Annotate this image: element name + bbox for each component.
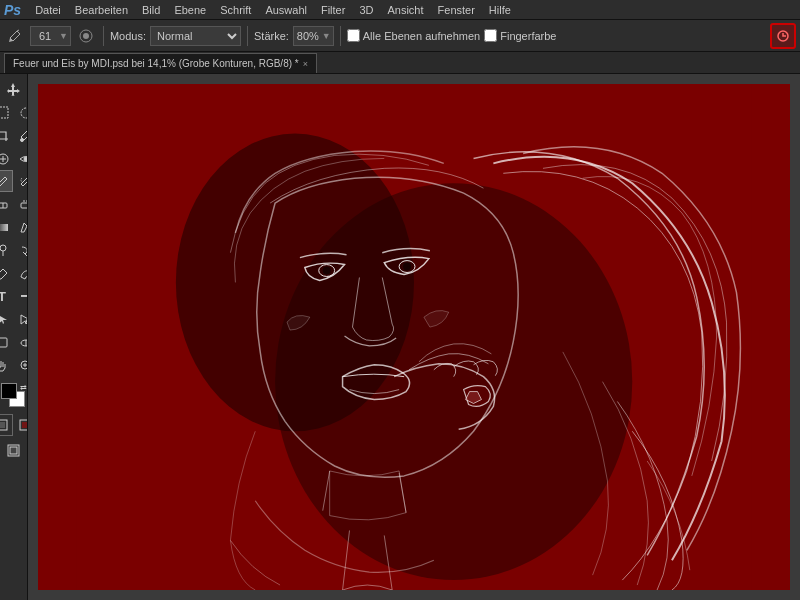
tool-smudge[interactable] xyxy=(14,239,28,261)
canvas-container xyxy=(38,84,790,590)
screen-mode-area xyxy=(3,439,25,461)
menu-bar: Ps Datei Bearbeiten Bild Ebene Schrift A… xyxy=(0,0,800,20)
tool-freeform-pen[interactable] xyxy=(14,262,28,284)
standard-mode-button[interactable] xyxy=(0,414,13,436)
svg-rect-29 xyxy=(0,422,5,428)
tool-row-2 xyxy=(0,101,28,123)
menu-ansicht[interactable]: Ansicht xyxy=(381,3,429,17)
foreground-color-box[interactable] xyxy=(1,383,17,399)
svg-point-40 xyxy=(403,263,411,271)
brush-tool-icon[interactable] xyxy=(4,25,26,47)
tool-row-7 xyxy=(0,216,28,238)
tab-close-button[interactable]: × xyxy=(303,59,308,69)
tool-row-6 xyxy=(0,193,28,215)
svg-point-23 xyxy=(21,340,29,346)
toolbox: T T xyxy=(0,74,28,600)
tool-shape[interactable] xyxy=(0,331,13,353)
svg-point-11 xyxy=(24,157,28,161)
color-picker-area: ⇄ xyxy=(1,383,27,409)
tab-title: Feuer und Eis by MDI.psd bei 14,1% (Grob… xyxy=(13,58,299,69)
document-tab[interactable]: Feuer und Eis by MDI.psd bei 14,1% (Grob… xyxy=(4,53,317,73)
tool-type[interactable]: T xyxy=(0,285,13,307)
svg-rect-33 xyxy=(10,447,17,454)
portrait-image xyxy=(38,84,790,590)
tool-path-select[interactable] xyxy=(0,308,13,330)
svg-marker-20 xyxy=(0,315,7,324)
mode-select[interactable]: Normal Aufhellen Abdunkeln Multipliziere… xyxy=(150,26,241,46)
tool-lasso[interactable] xyxy=(14,101,28,123)
menu-filter[interactable]: Filter xyxy=(315,3,351,17)
mode-label: Modus: xyxy=(110,30,146,42)
tool-eyedropper[interactable] xyxy=(14,124,28,146)
finger-group: Fingerfarbe xyxy=(484,29,556,42)
tool-redeye[interactable] xyxy=(14,147,28,169)
svg-marker-21 xyxy=(21,315,29,324)
tool-direct-select[interactable] xyxy=(14,308,28,330)
svg-rect-14 xyxy=(21,203,29,208)
tool-type-vertical[interactable]: T xyxy=(14,285,28,307)
menu-fenster[interactable]: Fenster xyxy=(432,3,481,17)
tool-row-9 xyxy=(0,262,28,284)
tool-eraser[interactable] xyxy=(0,193,13,215)
tool-marquee-rect[interactable] xyxy=(0,101,13,123)
tool-row-11 xyxy=(0,308,28,330)
finger-label: Fingerfarbe xyxy=(500,30,556,42)
svg-rect-5 xyxy=(0,107,8,118)
quick-mask-button[interactable] xyxy=(14,414,28,436)
brush-preset-icon[interactable] xyxy=(75,25,97,47)
tool-3d-rotate[interactable] xyxy=(14,331,28,353)
svg-marker-4 xyxy=(7,83,20,96)
tool-dodge[interactable] xyxy=(0,239,13,261)
tool-row-12 xyxy=(0,331,28,353)
quick-mask-area xyxy=(0,414,28,436)
tool-row-13 xyxy=(0,354,28,376)
tool-row-3 xyxy=(0,124,28,146)
all-layers-checkbox[interactable] xyxy=(347,29,360,42)
svg-point-18 xyxy=(0,245,6,251)
tool-magic-eraser[interactable] xyxy=(14,193,28,215)
menu-bild[interactable]: Bild xyxy=(136,3,166,17)
tool-move[interactable] xyxy=(3,78,25,100)
tool-heal[interactable] xyxy=(0,147,13,169)
tool-history-brush[interactable] xyxy=(14,170,28,192)
rotation-button[interactable] xyxy=(770,23,796,49)
svg-rect-17 xyxy=(0,224,8,231)
svg-point-2 xyxy=(83,33,89,39)
strength-input[interactable]: 80% xyxy=(294,30,322,42)
finger-checkbox[interactable] xyxy=(484,29,497,42)
tool-row-8 xyxy=(0,239,28,261)
tool-brush[interactable] xyxy=(0,170,13,192)
canvas-area xyxy=(28,74,800,600)
options-toolbar: 61 ▼ Modus: Normal Aufhellen Abdunkeln M… xyxy=(0,20,800,52)
tool-bucket[interactable] xyxy=(14,216,28,238)
svg-point-7 xyxy=(20,138,23,141)
tool-zoom[interactable] xyxy=(14,354,28,376)
screen-mode-button[interactable] xyxy=(3,439,25,461)
tool-row-4 xyxy=(0,147,28,169)
menu-auswahl[interactable]: Auswahl xyxy=(259,3,313,17)
brush-size-input[interactable]: 61 xyxy=(31,30,59,42)
tool-gradient[interactable] xyxy=(0,216,13,238)
menu-datei[interactable]: Datei xyxy=(29,3,67,17)
menu-bearbeiten[interactable]: Bearbeiten xyxy=(69,3,134,17)
brush-size-box[interactable]: 61 ▼ xyxy=(30,26,71,46)
menu-hilfe[interactable]: Hilfe xyxy=(483,3,517,17)
strength-label: Stärke: xyxy=(254,30,289,42)
artwork-canvas[interactable] xyxy=(38,84,790,590)
svg-rect-22 xyxy=(0,338,7,347)
tool-row-10: T T xyxy=(0,285,28,307)
brush-size-arrow[interactable]: ▼ xyxy=(59,31,70,41)
swap-colors-icon[interactable]: ⇄ xyxy=(20,383,27,392)
strength-arrow[interactable]: ▼ xyxy=(322,31,333,41)
tool-row-5 xyxy=(0,170,28,192)
tool-pen[interactable] xyxy=(0,262,13,284)
menu-3d[interactable]: 3D xyxy=(353,3,379,17)
strength-box[interactable]: 80% ▼ xyxy=(293,26,334,46)
menu-ebene[interactable]: Ebene xyxy=(168,3,212,17)
menu-schrift[interactable]: Schrift xyxy=(214,3,257,17)
tool-crop[interactable] xyxy=(0,124,13,146)
svg-rect-12 xyxy=(0,203,7,208)
tool-hand[interactable] xyxy=(0,354,13,376)
separator-3 xyxy=(340,26,341,46)
tab-bar: Feuer und Eis by MDI.psd bei 14,1% (Grob… xyxy=(0,52,800,74)
